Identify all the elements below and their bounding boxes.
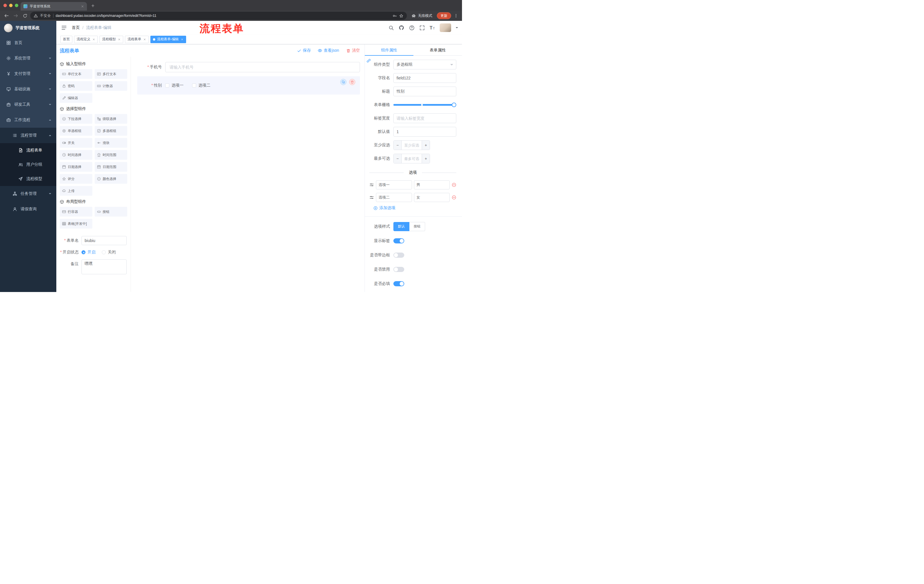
status-on-radio[interactable]: 开启 [81,250,96,255]
sidebar-item-infrastructure[interactable]: 基础设施 [0,81,56,97]
chip-slider[interactable]: 滑块 [95,138,127,148]
chip-radio-group[interactable]: 单选框组 [60,126,92,136]
chip-password[interactable]: 密码 [60,81,92,91]
sidebar-item-payment[interactable]: 支付管理 [0,66,56,81]
border-toggle[interactable] [393,253,404,258]
clear-button[interactable]: 清空 [346,48,360,53]
font-size-icon[interactable]: TT [429,25,435,31]
save-button[interactable]: 保存 [297,48,311,53]
option-2-label-input[interactable] [376,193,412,202]
link-icon[interactable] [366,58,371,63]
sidebar-item-workflow[interactable]: 工作流程 [0,112,56,128]
new-tab-button[interactable] [89,2,97,10]
gender-option-1-checkbox[interactable]: 选项一 [165,83,183,88]
canvas-item-gender-selected[interactable]: 性别 选项一 选项二 [137,76,360,95]
chip-select[interactable]: 下拉选择 [60,114,92,124]
remove-option-icon[interactable] [452,195,456,200]
fullscreen-icon[interactable] [419,25,425,31]
chip-checkbox-group[interactable]: 多选框组 [95,126,127,136]
gender-option-2-checkbox[interactable]: 选项二 [192,83,210,88]
tab-component-props[interactable]: 组件属性 [365,44,413,56]
chip-rate[interactable]: 评分 [60,174,92,184]
chip-table[interactable]: 表格[开发中] [60,219,92,229]
help-icon[interactable] [409,25,414,31]
tag-close-icon[interactable] [117,38,120,41]
decrease-button[interactable]: − [394,154,402,163]
phone-input[interactable] [165,62,360,72]
duplicate-item-button[interactable] [340,79,346,85]
avatar-caret-down-icon[interactable] [456,27,458,30]
sidebar-item-devtools[interactable]: 研发工具 [0,97,56,112]
back-button[interactable] [3,12,10,20]
sidebar-item-user-group[interactable]: 用户分组 [0,158,56,172]
add-option-button[interactable]: 添加选项 [373,206,456,211]
style-default-button[interactable]: 默认 [393,222,409,231]
drag-handle-icon[interactable] [370,183,374,187]
option-1-value-input[interactable] [414,180,450,189]
breadcrumb-home[interactable]: 首页 [72,25,80,30]
title-input[interactable] [393,87,456,96]
tag-close-icon[interactable] [180,38,183,41]
form-remark-input[interactable]: 嘿嘿 [81,260,127,274]
option-2-value-input[interactable] [414,193,450,202]
window-close-button[interactable] [3,4,7,7]
forward-button[interactable] [12,12,20,20]
github-icon[interactable] [399,25,404,31]
bookmark-star-icon[interactable] [399,14,403,18]
drag-handle-icon[interactable] [370,195,374,200]
canvas-item-phone[interactable]: 手机号 [137,62,360,72]
window-minimize-button[interactable] [9,4,13,7]
chip-time-range[interactable]: 时间范围 [95,150,127,160]
tab-close-icon[interactable] [81,5,84,8]
tag-process-form[interactable]: 流程表单 [125,36,148,43]
chip-date-picker[interactable]: 日期选择 [60,162,92,172]
sidebar-item-process-form[interactable]: 流程表单 [0,143,56,158]
chip-counter[interactable]: 计数器 [95,81,127,91]
tag-process-form-edit[interactable]: 流程表单-编辑 [150,36,186,43]
sidebar-item-process-model[interactable]: 流程模型 [0,172,56,186]
delete-item-button[interactable] [349,79,355,85]
sidebar-item-leave-query[interactable]: 请假查询 [0,201,56,217]
chip-time-picker[interactable]: 时间选择 [60,150,92,160]
sidebar-item-system[interactable]: 系统管理 [0,51,56,66]
collapse-sidebar-icon[interactable] [61,25,67,31]
browser-update-button[interactable]: 更新 [437,12,451,19]
sidebar-item-task-management[interactable]: 任务管理 [0,186,56,201]
reload-button[interactable] [21,12,29,20]
form-name-input[interactable] [81,236,127,245]
address-bar[interactable]: 不安全 dashboard.yudao.iocoder.cn/bpm/manag… [30,12,407,20]
increase-button[interactable]: + [422,141,430,150]
sidebar-item-process-management[interactable]: 流程管理 [0,128,56,143]
chip-cascader[interactable]: 级联选择 [95,114,127,124]
show-label-toggle[interactable] [393,238,404,243]
password-key-icon[interactable] [393,14,397,18]
default-value-input[interactable] [393,127,456,137]
chip-input-text[interactable]: 单行文本 [60,69,92,79]
required-toggle[interactable] [393,281,404,286]
chip-upload[interactable]: 上传 [60,186,92,196]
tag-home[interactable]: 首页 [60,36,72,43]
chip-row-container[interactable]: 行容器 [60,207,92,217]
min-select-input[interactable] [402,141,422,150]
grid-span-slider[interactable] [393,100,456,110]
view-json-button[interactable]: 查看json [318,48,339,53]
status-off-radio[interactable]: 关闭 [102,250,116,255]
tag-close-icon[interactable] [143,38,146,41]
user-avatar[interactable] [440,23,451,32]
tab-form-props[interactable]: 表单属性 [413,44,462,56]
remove-option-icon[interactable] [452,183,456,187]
chip-color-picker[interactable]: 颜色选择 [95,174,127,184]
chip-switch[interactable]: 开关 [60,138,92,148]
style-button-button[interactable]: 按钮 [409,222,425,231]
chip-textarea[interactable]: 多行文本 [95,69,127,79]
tag-process-definition[interactable]: 流程定义 [74,36,98,43]
chip-button[interactable]: 按钮 [95,207,127,217]
tag-process-model[interactable]: 流程模型 [99,36,123,43]
browser-tab[interactable]: 芋道管理系统 [21,2,87,11]
browser-menu-icon[interactable] [453,12,459,20]
max-select-input[interactable] [402,154,422,163]
chip-date-range[interactable]: 日期范围 [95,162,127,172]
window-zoom-button[interactable] [15,4,18,7]
search-icon[interactable] [388,25,394,31]
label-width-input[interactable] [393,114,456,123]
